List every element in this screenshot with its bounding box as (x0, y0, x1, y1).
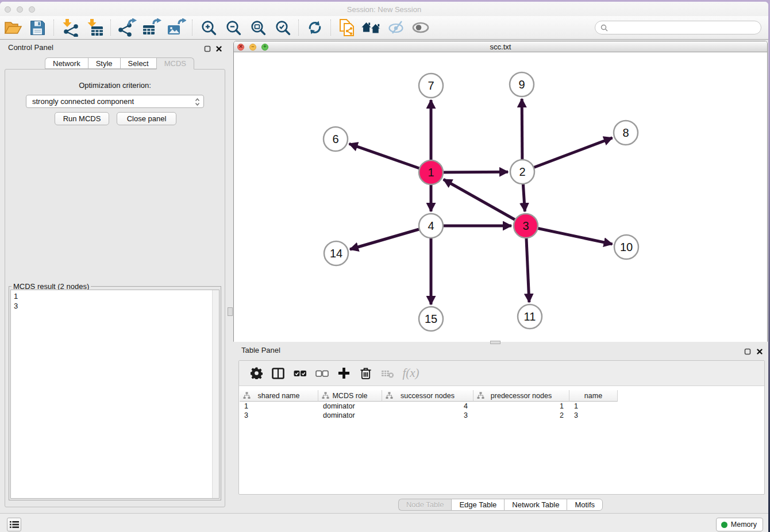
run-mcds-button[interactable]: Run MCDS (55, 112, 109, 125)
open-file-button[interactable] (3, 18, 23, 37)
function-builder-button[interactable]: f(x) (398, 365, 424, 382)
float-table-panel-icon[interactable] (744, 347, 751, 357)
delete-table-button[interactable] (376, 365, 398, 382)
export-table-button[interactable] (141, 18, 161, 37)
tab-node-table[interactable]: Node Table (398, 499, 452, 511)
close-panel-button[interactable]: Close panel (117, 112, 176, 125)
eye-slash-icon (388, 19, 405, 36)
node-3[interactable]: 3 (514, 214, 538, 238)
refresh-button[interactable] (305, 18, 325, 37)
table-body: 1dominator4113dominator323 (240, 402, 764, 420)
selected-option: strongly connected component (32, 97, 134, 106)
node-14[interactable]: 14 (324, 241, 348, 265)
float-panel-icon[interactable] (204, 44, 211, 55)
toolbar-separator (298, 20, 299, 36)
table-row[interactable]: 3dominator323 (240, 411, 764, 420)
edge-3-1[interactable] (444, 179, 526, 226)
tree-icon (243, 392, 251, 399)
export-network-icon (117, 18, 137, 37)
add-column-button[interactable] (333, 365, 355, 382)
node-8[interactable]: 8 (614, 121, 638, 145)
optimization-criterion-label: Optimization criterion: (5, 81, 225, 90)
svg-text:1: 1 (428, 166, 434, 179)
tab-edge-table[interactable]: Edge Table (451, 499, 504, 511)
table-cell: 3 (240, 411, 318, 420)
node-9[interactable]: 9 (510, 72, 534, 97)
node-15[interactable]: 15 (419, 307, 443, 331)
hide-details-button[interactable] (386, 18, 406, 37)
splitter-handle-vertical[interactable] (228, 307, 233, 316)
export-image-button[interactable] (166, 18, 186, 37)
edge-2-8[interactable] (522, 138, 613, 172)
column-header[interactable]: name (569, 390, 618, 402)
network-frame-titlebar[interactable]: ✕ − + scc.txt (234, 41, 767, 52)
table-row[interactable]: 1dominator411 (240, 402, 764, 411)
import-network-button[interactable] (60, 18, 80, 37)
task-history-button[interactable] (7, 518, 21, 531)
close-panel-icon[interactable] (215, 44, 222, 55)
select-all-button[interactable] (289, 365, 311, 382)
table-cell: 1 (240, 402, 318, 411)
home-layout-button[interactable] (361, 18, 382, 37)
gear-icon (251, 367, 263, 379)
network-frame-title: scc.txt (234, 43, 767, 51)
mcds-result-list[interactable]: 1 3 (10, 290, 220, 499)
search-input[interactable] (595, 21, 761, 34)
network-view-frame: ✕ − + scc.txt 1234678910111415 (233, 41, 768, 342)
tab-select[interactable]: Select (120, 57, 156, 69)
splitter-handle-horizontal[interactable] (490, 341, 500, 344)
node-11[interactable]: 11 (518, 304, 542, 329)
scrollbar-track[interactable] (212, 290, 219, 498)
unchecked-boxes-icon (315, 370, 329, 377)
tab-style[interactable]: Style (88, 57, 120, 69)
title-bar[interactable]: Session: New Session (0, 2, 768, 16)
fx-icon: f(x) (402, 366, 419, 380)
plus-icon (338, 367, 350, 379)
tab-motifs[interactable]: Motifs (567, 499, 603, 511)
network-canvas[interactable]: 1234678910111415 (234, 52, 767, 342)
network-graph: 1234678910111415 (234, 52, 767, 342)
table-panel-title: Table Panel (241, 346, 280, 354)
import-network-icon (61, 18, 79, 37)
node-4[interactable]: 4 (419, 214, 443, 238)
node-1[interactable]: 1 (419, 160, 443, 184)
node-7[interactable]: 7 (419, 74, 443, 98)
tab-network[interactable]: Network (45, 57, 88, 69)
delete-column-button[interactable] (355, 365, 376, 382)
export-network-button[interactable] (117, 18, 137, 37)
zoom-fit-icon (249, 20, 266, 36)
edge-3-10[interactable] (526, 226, 613, 244)
share-document-button[interactable] (337, 18, 357, 37)
save-session-button[interactable] (28, 18, 48, 37)
window-title: Session: New Session (0, 5, 768, 14)
zoom-out-button[interactable] (223, 18, 243, 37)
table-settings-button[interactable] (245, 365, 267, 382)
tab-network-table[interactable]: Network Table (504, 499, 567, 511)
split-panel-button[interactable] (267, 365, 289, 382)
column-header[interactable]: predecessor nodes (473, 390, 569, 402)
zoom-fit-button[interactable] (248, 18, 268, 37)
workspace: Control Panel Network Style Select MCDS … (0, 40, 768, 513)
tab-mcds[interactable]: MCDS (156, 57, 194, 70)
show-details-button[interactable] (411, 18, 431, 37)
deselect-all-button[interactable] (311, 365, 333, 382)
column-header[interactable]: MCDS role (318, 390, 382, 402)
result-line: 3 (11, 301, 219, 311)
optimization-criterion-select[interactable]: strongly connected component (26, 95, 204, 108)
import-table-button[interactable] (84, 18, 105, 37)
node-2[interactable]: 2 (510, 160, 534, 184)
svg-text:3: 3 (522, 219, 529, 232)
column-header[interactable]: shared name (240, 390, 318, 402)
toolbar-separator (192, 20, 192, 36)
zoom-in-button[interactable] (198, 18, 218, 37)
table-panel-tabs: Node Table Edge Table Network Table Moti… (233, 499, 768, 511)
memory-button[interactable]: Memory (716, 518, 763, 531)
edge-1-6[interactable] (349, 144, 431, 172)
node-10[interactable]: 10 (614, 235, 638, 259)
close-table-panel-icon[interactable] (756, 347, 763, 357)
zoom-selected-button[interactable] (272, 18, 292, 37)
node-6[interactable]: 6 (324, 127, 348, 151)
toolbar-separator (53, 20, 54, 36)
svg-text:11: 11 (524, 310, 536, 323)
column-header[interactable]: successor nodes (382, 390, 473, 402)
